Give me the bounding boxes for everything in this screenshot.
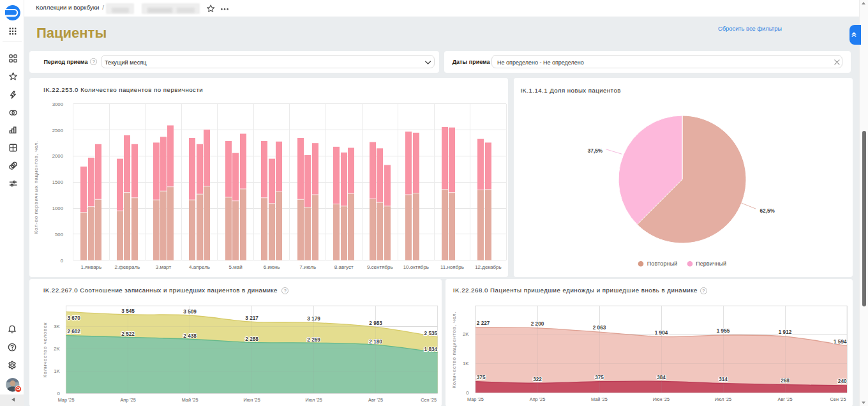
svg-text:Мар '25: Мар '25 — [58, 397, 75, 403]
svg-text:2K: 2K — [463, 331, 469, 336]
svg-text:11.ноябрь: 11.ноябрь — [440, 264, 464, 270]
svg-text:12.декабрь: 12.декабрь — [475, 264, 502, 270]
svg-text:268: 268 — [781, 378, 789, 384]
svg-text:1 912: 1 912 — [779, 329, 792, 335]
svg-text:1 904: 1 904 — [655, 329, 668, 335]
svg-text:2 180: 2 180 — [369, 339, 382, 345]
svg-text:1K: 1K — [54, 368, 60, 374]
svg-text:2 288: 2 288 — [245, 336, 258, 342]
svg-text:3 179: 3 179 — [307, 316, 320, 322]
svg-text:Кол-во первичных пациентов, че: Кол-во первичных пациентов, чел. — [33, 140, 39, 234]
svg-text:Сен '25: Сен '25 — [830, 396, 846, 402]
svg-text:2 438: 2 438 — [183, 333, 197, 339]
svg-text:Количество человек: Количество человек — [43, 322, 49, 377]
svg-text:3.март: 3.март — [156, 264, 172, 270]
svg-text:2 535: 2 535 — [424, 330, 438, 336]
svg-text:1500: 1500 — [52, 179, 64, 185]
svg-text:3 670: 3 670 — [67, 315, 80, 320]
svg-text:2 522: 2 522 — [121, 331, 135, 337]
svg-text:322: 322 — [533, 376, 542, 382]
svg-text:2500: 2500 — [52, 128, 64, 133]
svg-text:1 955: 1 955 — [717, 328, 730, 334]
svg-text:3 509: 3 509 — [183, 308, 197, 314]
svg-text:37,5%: 37,5% — [588, 148, 603, 154]
svg-text:384: 384 — [657, 374, 666, 380]
svg-text:IK.22.268.0 Пациенты пришедшие: IK.22.268.0 Пациенты пришедшие единожды … — [453, 287, 698, 294]
svg-text:Июл '25: Июл '25 — [305, 397, 322, 403]
svg-text:4.апрель: 4.апрель — [189, 264, 210, 270]
svg-text:2000: 2000 — [52, 153, 64, 159]
svg-text:2 200: 2 200 — [531, 321, 544, 327]
svg-text:Апр '25: Апр '25 — [120, 397, 135, 403]
svg-text:2K: 2K — [54, 346, 60, 352]
svg-text:Июл '25: Июл '25 — [715, 396, 731, 402]
svg-text:240: 240 — [838, 379, 847, 384]
svg-text:2 269: 2 269 — [307, 337, 320, 343]
svg-text:10.октябрь: 10.октябрь — [403, 264, 429, 270]
svg-text:1.январь: 1.январь — [81, 264, 102, 270]
svg-text:3000: 3000 — [52, 102, 64, 107]
svg-text:Апр '25: Апр '25 — [530, 396, 545, 402]
svg-text:7.июль: 7.июль — [299, 264, 316, 270]
svg-text:500: 500 — [55, 232, 64, 237]
svg-text:Май '25: Май '25 — [182, 397, 198, 403]
svg-text:1 834: 1 834 — [424, 346, 438, 352]
svg-text:Повторный: Повторный — [647, 260, 678, 267]
svg-text:375: 375 — [477, 375, 486, 380]
svg-text:Мар '25: Мар '25 — [467, 396, 484, 402]
svg-text:62,5%: 62,5% — [760, 208, 775, 214]
svg-text:9.сентябрь: 9.сентябрь — [367, 264, 393, 270]
svg-text:2 063: 2 063 — [593, 325, 606, 331]
svg-text:Май '25: Май '25 — [591, 396, 608, 402]
svg-text:2 983: 2 983 — [369, 320, 382, 326]
svg-text:0: 0 — [466, 389, 469, 395]
svg-text:IK.22.253.0 Количество пациент: IK.22.253.0 Количество пациентов по перв… — [43, 86, 203, 93]
svg-text:0: 0 — [57, 390, 60, 396]
svg-text:Авг '25: Авг '25 — [368, 397, 383, 403]
svg-text:1K: 1K — [463, 360, 469, 366]
svg-text:2 602: 2 602 — [67, 329, 80, 335]
svg-text:3K: 3K — [54, 324, 60, 329]
svg-text:Июн '25: Июн '25 — [653, 396, 670, 402]
svg-text:Количество пациентов, чел.: Количество пациентов, чел. — [451, 311, 457, 388]
svg-text:2.февраль: 2.февраль — [115, 264, 140, 270]
svg-text:375: 375 — [595, 375, 604, 380]
svg-text:5.май: 5.май — [229, 264, 243, 270]
svg-text:Авг '25: Авг '25 — [778, 396, 793, 402]
svg-text:IK.22.267.0 Соотношение записа: IK.22.267.0 Соотношение записанных и при… — [43, 287, 278, 294]
svg-text:1000: 1000 — [52, 206, 64, 211]
svg-text:6.июнь: 6.июнь — [264, 264, 280, 270]
svg-text:2 227: 2 227 — [477, 320, 490, 326]
svg-text:IK.1.14.1 Доля новых пациентов: IK.1.14.1 Доля новых пациентов — [520, 87, 620, 94]
svg-text:8.август: 8.август — [334, 264, 354, 270]
svg-text:0: 0 — [61, 258, 64, 264]
svg-text:Сен '25: Сен '25 — [421, 397, 437, 403]
svg-text:3 545: 3 545 — [121, 308, 135, 313]
svg-text:314: 314 — [719, 377, 728, 382]
svg-text:Июн '25: Июн '25 — [243, 397, 260, 403]
svg-text:Первичный: Первичный — [696, 260, 726, 267]
svg-text:1 594: 1 594 — [834, 338, 847, 344]
svg-text:3 217: 3 217 — [245, 315, 258, 321]
